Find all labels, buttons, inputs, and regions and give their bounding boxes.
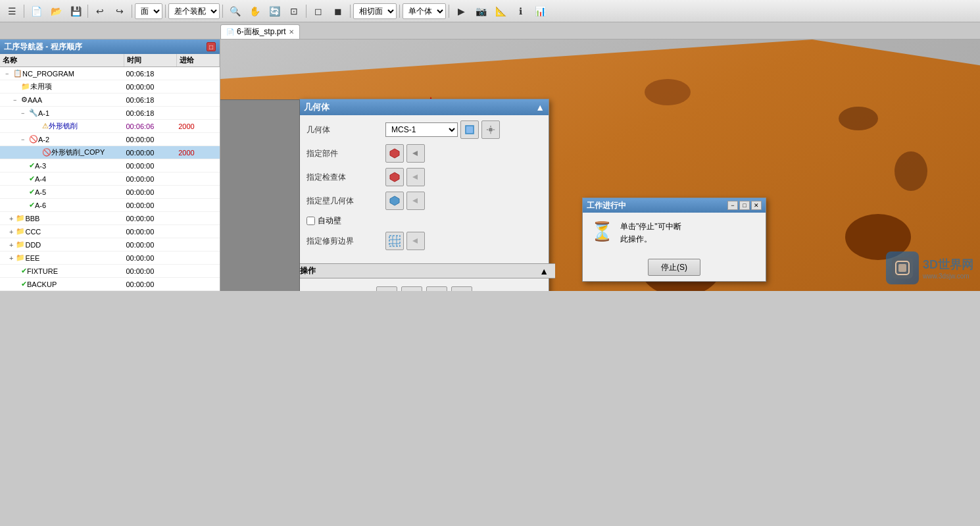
col-header-time: 时间: [124, 54, 177, 66]
tree-row[interactable]: ✔ BACKUP 00:00:00: [0, 278, 220, 291]
toolbar-redo-btn[interactable]: ↪: [110, 2, 129, 20]
node-icon: ⚙: [21, 95, 28, 104]
progress-close-btn[interactable]: ✕: [751, 201, 762, 210]
expand-icon[interactable]: −: [5, 70, 12, 77]
toolbar-shade-btn[interactable]: ◼: [329, 2, 347, 20]
toolbar-display-btn[interactable]: ◻: [309, 2, 328, 20]
tree-row[interactable]: + 📁 BBB 00:00:00: [0, 212, 220, 225]
status-icon: ✔: [29, 188, 35, 196]
row-time: 00:00:00: [124, 136, 177, 144]
expand-icon[interactable]: [34, 149, 41, 156]
specify-wall-arrow-btn[interactable]: [406, 192, 425, 210]
toolbar-new-btn[interactable]: 📄: [27, 2, 45, 20]
specify-wall-3d-btn[interactable]: [385, 192, 404, 210]
expand-icon[interactable]: [21, 163, 28, 169]
tree-row[interactable]: − 🔧 A-1 00:06:18: [0, 107, 220, 120]
toolbar-measure-btn[interactable]: 📐: [491, 2, 510, 20]
specify-check-3d-btn[interactable]: [385, 168, 404, 186]
row-name: ✔ FIXTURE: [0, 267, 124, 275]
row-time: 00:00:00: [124, 175, 177, 183]
specify-trim-grid-btn[interactable]: [385, 232, 404, 250]
view-dropdown[interactable]: 面: [135, 3, 162, 19]
tree-row[interactable]: − 📋 NC_PROGRAM 00:06:18: [0, 67, 220, 80]
toolbar-fit-btn[interactable]: ⊡: [285, 2, 303, 20]
toolbar-pan-btn[interactable]: ✋: [245, 2, 264, 20]
separator-1: [24, 5, 24, 18]
operations-collapse-icon[interactable]: ▲: [539, 266, 549, 276]
expand-icon[interactable]: [21, 189, 28, 196]
viewport[interactable]: ZC XC YC 3D世界网 www.3dsjw.com: [220, 39, 980, 291]
tree-row[interactable]: ✔ A-6 00:00:00: [0, 199, 220, 212]
status-icon: ✔: [29, 174, 35, 183]
add-icon: +: [9, 241, 13, 249]
specify-trim-arrow-btn[interactable]: [406, 232, 425, 250]
op-create-btn[interactable]: [376, 286, 397, 291]
op-settings-btn[interactable]: [426, 286, 447, 291]
surface-dropdown[interactable]: 相切面: [353, 3, 397, 19]
geometry-settings-btn[interactable]: [481, 120, 500, 139]
tree-row-selected[interactable]: 🚫 外形铣削_COPY 00:00:00 2000: [0, 146, 220, 159]
tree-row[interactable]: + 📁 CCC 00:00:00: [0, 225, 220, 238]
toolbar-extra-btn[interactable]: ▶: [452, 2, 470, 20]
expand-icon[interactable]: [13, 281, 20, 288]
main-tab[interactable]: 📄 6-面板_stp.prt ✕: [220, 24, 300, 39]
tree-row[interactable]: − 🚫 A-2 00:00:00: [0, 133, 220, 146]
row-time: 00:06:18: [124, 109, 177, 117]
specify-part-label: 指定部件: [306, 148, 385, 159]
specify-trim-control: [385, 232, 542, 250]
auto-wall-label: 自动壁: [318, 215, 341, 226]
tab-close-icon[interactable]: ✕: [289, 28, 294, 36]
expand-icon[interactable]: [34, 123, 41, 130]
node-label: 外形铣削: [49, 121, 78, 131]
op-duplicate-btn[interactable]: [401, 286, 422, 291]
specify-part-arrow-btn[interactable]: [406, 144, 425, 163]
specify-part-control: [385, 144, 542, 163]
toolbar-save-btn[interactable]: 💾: [66, 2, 85, 20]
toolbar-undo-btn[interactable]: ↩: [91, 2, 109, 20]
toolbar-cam-btn[interactable]: 📷: [472, 2, 490, 20]
dialog-close-btn[interactable]: ▲: [535, 102, 545, 113]
expand-icon[interactable]: [21, 202, 28, 209]
progress-maximize-btn[interactable]: □: [739, 201, 750, 210]
tree-row[interactable]: − ⚙ AAA 00:06:18: [0, 93, 220, 107]
expand-icon[interactable]: [21, 176, 28, 182]
body-dropdown[interactable]: 单个体: [403, 3, 446, 19]
tree-row[interactable]: ✔ FIXTURE 00:00:00: [0, 265, 220, 278]
row-name: 🚫 外形铣削_COPY: [0, 147, 125, 157]
tree-table[interactable]: 名称 时间 进给 − 📋 NC_PROGRAM 00:06:18 📁: [0, 54, 220, 291]
tree-row[interactable]: ✔ A-4 00:00:00: [0, 172, 220, 186]
tree-row[interactable]: + 📁 EEE 00:00:00: [0, 251, 220, 265]
stop-button[interactable]: 停止(S): [648, 259, 700, 276]
assembly-dropdown[interactable]: 差个装配: [168, 3, 220, 19]
geometry-select[interactable]: MCS-1: [385, 122, 458, 137]
progress-minimize-btn[interactable]: −: [727, 201, 738, 210]
toolbar-info-btn[interactable]: ℹ: [511, 2, 529, 20]
geometry-model-btn[interactable]: [460, 120, 479, 139]
op-delete-btn[interactable]: [451, 286, 472, 291]
tree-row[interactable]: + 📁 DDD 00:00:00: [0, 238, 220, 251]
expand-icon[interactable]: [13, 84, 20, 90]
toolbar-analysis-btn[interactable]: 📊: [531, 2, 549, 20]
auto-wall-checkbox[interactable]: [306, 217, 315, 225]
toolbar-open-btn[interactable]: 📂: [47, 2, 65, 20]
specify-check-arrow-btn[interactable]: [406, 168, 425, 186]
row-time: 00:00:00: [124, 215, 177, 223]
dialog-body: 几何体 MCS-1 指定部件: [300, 115, 549, 261]
specify-part-row: 指定部件: [306, 144, 542, 163]
expand-icon[interactable]: −: [13, 97, 20, 103]
tree-row[interactable]: ⚠ 外形铣削 00:06:06 2000: [0, 120, 220, 133]
toolbar-zoom-btn[interactable]: 🔍: [226, 2, 244, 20]
toolbar-rotate-btn[interactable]: 🔄: [265, 2, 283, 20]
tree-row[interactable]: 📁 未用项 00:00:00: [0, 80, 220, 93]
expand-icon[interactable]: −: [21, 110, 28, 117]
panel-close-btn[interactable]: □: [207, 42, 216, 51]
toolbar-menu-btn[interactable]: ☰: [3, 2, 21, 20]
separator-6: [306, 5, 306, 18]
tree-row[interactable]: ✔ A-3 00:00:00: [0, 159, 220, 172]
tab-label: 6-面板_stp.prt: [237, 26, 286, 38]
expand-icon[interactable]: [13, 268, 20, 275]
row-time: 00:00:00: [124, 188, 177, 196]
expand-icon[interactable]: −: [21, 136, 28, 143]
tree-row[interactable]: ✔ A-5 00:00:00: [0, 186, 220, 199]
specify-part-3d-btn[interactable]: [385, 144, 404, 163]
